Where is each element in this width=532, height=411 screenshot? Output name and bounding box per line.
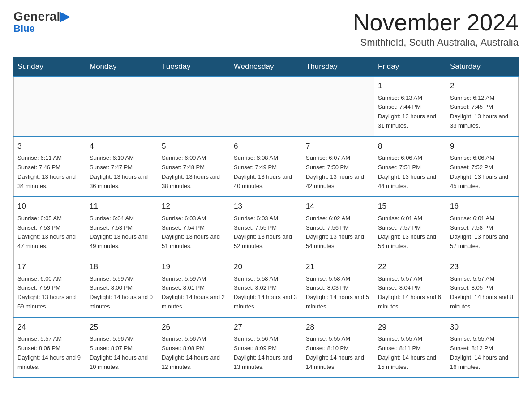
calendar-cell: 29Sunrise: 5:55 AM Sunset: 8:11 PM Dayli… <box>374 317 446 378</box>
calendar-cell <box>86 76 158 137</box>
day-number: 5 <box>162 141 226 152</box>
day-number: 8 <box>378 141 442 152</box>
day-info: Sunrise: 6:08 AM Sunset: 7:49 PM Dayligh… <box>234 154 298 191</box>
day-number: 18 <box>90 261 154 273</box>
month-title: November 2024 <box>353 9 519 36</box>
calendar-cell: 28Sunrise: 5:55 AM Sunset: 8:10 PM Dayli… <box>302 317 374 378</box>
day-info: Sunrise: 5:55 AM Sunset: 8:11 PM Dayligh… <box>378 334 442 372</box>
day-info: Sunrise: 6:07 AM Sunset: 7:50 PM Dayligh… <box>306 154 370 191</box>
logo-blue-text: ▶ <box>60 9 70 24</box>
calendar-cell: 25Sunrise: 5:56 AM Sunset: 8:07 PM Dayli… <box>86 317 158 378</box>
day-number: 19 <box>162 261 226 273</box>
title-area: November 2024 Smithfield, South Australi… <box>353 9 519 48</box>
day-info: Sunrise: 6:04 AM Sunset: 7:53 PM Dayligh… <box>90 214 154 251</box>
calendar-week-row: 17Sunrise: 6:00 AM Sunset: 7:59 PM Dayli… <box>14 257 519 317</box>
calendar-cell: 26Sunrise: 5:56 AM Sunset: 8:08 PM Dayli… <box>158 317 230 378</box>
day-number: 20 <box>234 261 298 273</box>
calendar-header-saturday: Saturday <box>446 58 519 77</box>
day-number: 4 <box>90 141 154 152</box>
day-info: Sunrise: 5:58 AM Sunset: 8:03 PM Dayligh… <box>306 274 370 312</box>
calendar-header-thursday: Thursday <box>302 58 374 77</box>
day-info: Sunrise: 5:59 AM Sunset: 8:00 PM Dayligh… <box>90 274 154 312</box>
day-info: Sunrise: 6:06 AM Sunset: 7:52 PM Dayligh… <box>450 154 515 191</box>
calendar-cell: 1Sunrise: 6:13 AM Sunset: 7:44 PM Daylig… <box>374 76 446 137</box>
calendar-cell: 10Sunrise: 6:05 AM Sunset: 7:53 PM Dayli… <box>14 197 86 257</box>
day-number: 25 <box>90 321 154 333</box>
calendar-week-row: 3Sunrise: 6:11 AM Sunset: 7:46 PM Daylig… <box>14 137 519 197</box>
calendar-cell: 23Sunrise: 5:57 AM Sunset: 8:05 PM Dayli… <box>446 257 519 317</box>
day-number: 14 <box>306 201 370 212</box>
calendar-cell <box>230 76 302 137</box>
day-info: Sunrise: 5:57 AM Sunset: 8:06 PM Dayligh… <box>17 334 82 372</box>
day-number: 26 <box>162 321 226 333</box>
day-number: 23 <box>450 261 515 273</box>
day-number: 30 <box>450 321 515 333</box>
day-number: 21 <box>306 261 370 273</box>
day-info: Sunrise: 6:13 AM Sunset: 7:44 PM Dayligh… <box>378 94 442 131</box>
calendar-cell: 14Sunrise: 6:02 AM Sunset: 7:56 PM Dayli… <box>302 197 374 257</box>
calendar-cell: 4Sunrise: 6:10 AM Sunset: 7:47 PM Daylig… <box>86 137 158 197</box>
calendar-cell: 11Sunrise: 6:04 AM Sunset: 7:53 PM Dayli… <box>86 197 158 257</box>
day-number: 7 <box>306 141 370 152</box>
day-number: 6 <box>234 141 298 152</box>
calendar-cell: 27Sunrise: 5:56 AM Sunset: 8:09 PM Dayli… <box>230 317 302 378</box>
day-info: Sunrise: 6:06 AM Sunset: 7:51 PM Dayligh… <box>378 154 442 191</box>
day-info: Sunrise: 5:57 AM Sunset: 8:05 PM Dayligh… <box>450 274 515 312</box>
calendar-cell: 15Sunrise: 6:01 AM Sunset: 7:57 PM Dayli… <box>374 197 446 257</box>
calendar-cell: 3Sunrise: 6:11 AM Sunset: 7:46 PM Daylig… <box>14 137 86 197</box>
calendar-cell: 21Sunrise: 5:58 AM Sunset: 8:03 PM Dayli… <box>302 257 374 317</box>
calendar-header-wednesday: Wednesday <box>230 58 302 77</box>
calendar-header-tuesday: Tuesday <box>158 58 230 77</box>
day-number: 11 <box>90 201 154 212</box>
day-number: 12 <box>162 201 226 212</box>
day-info: Sunrise: 6:10 AM Sunset: 7:47 PM Dayligh… <box>90 154 154 191</box>
day-number: 16 <box>450 201 515 212</box>
day-info: Sunrise: 6:01 AM Sunset: 7:58 PM Dayligh… <box>450 214 515 251</box>
day-number: 13 <box>234 201 298 212</box>
day-info: Sunrise: 6:01 AM Sunset: 7:57 PM Dayligh… <box>378 214 442 251</box>
day-number: 9 <box>450 141 515 152</box>
calendar-header-monday: Monday <box>86 58 158 77</box>
calendar-cell: 8Sunrise: 6:06 AM Sunset: 7:51 PM Daylig… <box>374 137 446 197</box>
calendar-cell <box>14 76 86 137</box>
calendar-cell: 6Sunrise: 6:08 AM Sunset: 7:49 PM Daylig… <box>230 137 302 197</box>
day-info: Sunrise: 5:56 AM Sunset: 8:07 PM Dayligh… <box>90 334 154 372</box>
calendar-cell: 5Sunrise: 6:09 AM Sunset: 7:48 PM Daylig… <box>158 137 230 197</box>
logo-general: General <box>13 9 60 24</box>
logo-subtitle: Blue <box>13 23 35 34</box>
day-info: Sunrise: 6:05 AM Sunset: 7:53 PM Dayligh… <box>17 214 82 251</box>
day-info: Sunrise: 5:55 AM Sunset: 8:10 PM Dayligh… <box>306 334 370 372</box>
day-number: 2 <box>450 80 515 92</box>
day-info: Sunrise: 6:09 AM Sunset: 7:48 PM Dayligh… <box>162 154 226 191</box>
calendar-header-row: SundayMondayTuesdayWednesdayThursdayFrid… <box>14 58 519 77</box>
calendar-cell: 19Sunrise: 5:59 AM Sunset: 8:01 PM Dayli… <box>158 257 230 317</box>
day-number: 15 <box>378 201 442 212</box>
day-info: Sunrise: 6:00 AM Sunset: 7:59 PM Dayligh… <box>17 274 82 312</box>
calendar-cell: 16Sunrise: 6:01 AM Sunset: 7:58 PM Dayli… <box>446 197 519 257</box>
page-header: General ▶ Blue November 2024 Smithfield,… <box>13 9 519 48</box>
day-info: Sunrise: 5:58 AM Sunset: 8:02 PM Dayligh… <box>234 274 298 312</box>
day-info: Sunrise: 6:03 AM Sunset: 7:54 PM Dayligh… <box>162 214 226 251</box>
calendar-cell: 24Sunrise: 5:57 AM Sunset: 8:06 PM Dayli… <box>14 317 86 378</box>
day-number: 22 <box>378 261 442 273</box>
calendar-cell: 7Sunrise: 6:07 AM Sunset: 7:50 PM Daylig… <box>302 137 374 197</box>
day-number: 29 <box>378 321 442 333</box>
logo-text: General ▶ <box>13 9 70 24</box>
calendar-cell: 9Sunrise: 6:06 AM Sunset: 7:52 PM Daylig… <box>446 137 519 197</box>
day-info: Sunrise: 5:55 AM Sunset: 8:12 PM Dayligh… <box>450 334 515 372</box>
calendar-cell <box>158 76 230 137</box>
calendar-cell: 22Sunrise: 5:57 AM Sunset: 8:04 PM Dayli… <box>374 257 446 317</box>
calendar-cell: 30Sunrise: 5:55 AM Sunset: 8:12 PM Dayli… <box>446 317 519 378</box>
day-number: 24 <box>17 321 82 333</box>
calendar-header-sunday: Sunday <box>14 58 86 77</box>
calendar-header-friday: Friday <box>374 58 446 77</box>
calendar-week-row: 24Sunrise: 5:57 AM Sunset: 8:06 PM Dayli… <box>14 317 519 378</box>
day-number: 17 <box>17 261 82 273</box>
calendar-table: SundayMondayTuesdayWednesdayThursdayFrid… <box>13 57 519 378</box>
day-number: 10 <box>17 201 82 212</box>
day-number: 27 <box>234 321 298 333</box>
day-info: Sunrise: 6:03 AM Sunset: 7:55 PM Dayligh… <box>234 214 298 251</box>
calendar-cell: 18Sunrise: 5:59 AM Sunset: 8:00 PM Dayli… <box>86 257 158 317</box>
day-info: Sunrise: 6:02 AM Sunset: 7:56 PM Dayligh… <box>306 214 370 251</box>
calendar-cell: 20Sunrise: 5:58 AM Sunset: 8:02 PM Dayli… <box>230 257 302 317</box>
